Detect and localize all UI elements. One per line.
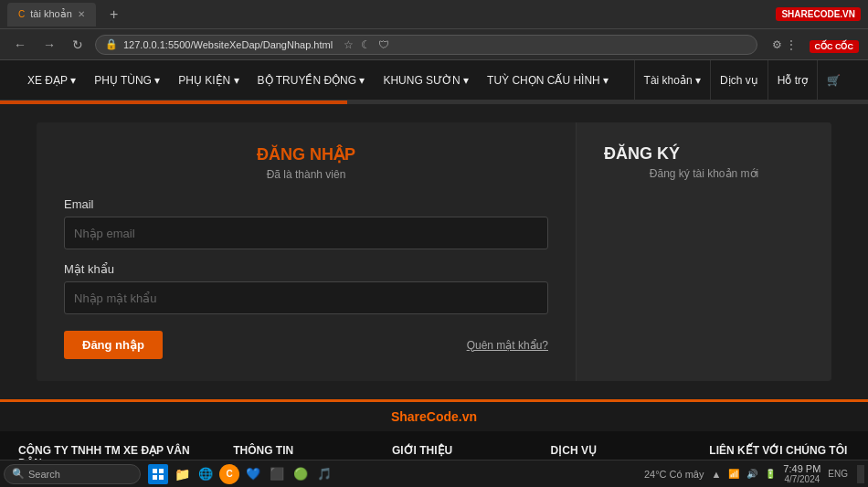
- svg-rect-0: [153, 469, 157, 473]
- form-actions: Đăng nhập Quên mật khẩu?: [64, 331, 548, 359]
- login-section: ĐĂNG NHẬP Đã là thành viên Email Mật khẩ…: [37, 122, 576, 381]
- nav-item-tuychinh[interactable]: TUỲ CHỌN CẤU HÌNH ▾: [478, 60, 618, 101]
- address-bar[interactable]: 🔒 127.0.0.1:5500/WebsiteXeDap/DangNhap.h…: [95, 35, 757, 55]
- taskbar-windows-btn[interactable]: [148, 464, 168, 484]
- url-text: 127.0.0.1:5500/WebsiteXeDap/DangNhap.htm…: [123, 39, 333, 50]
- login-button[interactable]: Đăng nhập: [64, 331, 163, 359]
- footer-info-title: THÔNG TIN: [233, 444, 374, 457]
- new-tab-btn[interactable]: +: [101, 3, 127, 26]
- register-title: ĐĂNG KÝ: [604, 144, 804, 164]
- browser-logo-area: SHARECODE.VN: [776, 7, 861, 21]
- nav-item-xedap[interactable]: XE ĐẠP ▾: [18, 60, 85, 101]
- password-input[interactable]: [64, 281, 548, 314]
- tab-close-btn[interactable]: ✕: [78, 9, 85, 19]
- navbar: XE ĐẠP ▾ PHỤ TÙNG ▾ PHỤ KIỆN ▾ BỘ TRUYỀN…: [0, 60, 868, 101]
- search-icon: 🔍: [12, 468, 25, 480]
- battery-icon: 🔋: [765, 469, 776, 479]
- taskbar-clock[interactable]: 7:49 PM 4/7/2024: [783, 463, 820, 484]
- address-bar-icons: ☆ ☾ 🛡: [344, 38, 389, 51]
- taskbar-browser-btn[interactable]: C: [219, 464, 239, 484]
- svg-rect-2: [153, 475, 157, 480]
- email-form-group: Email: [64, 197, 548, 249]
- login-register-container: ĐĂNG NHẬP Đã là thành viên Email Mật khẩ…: [37, 122, 831, 381]
- browser-right-controls: ⚙ ⋮: [772, 38, 797, 51]
- language-display: ENG: [828, 469, 848, 479]
- nav-item-phutung[interactable]: PHỤ TÙNG ▾: [85, 60, 169, 101]
- menu-icon[interactable]: ⋮: [786, 38, 797, 51]
- sharecode-logo: SHARECODE.VN: [776, 7, 861, 21]
- taskbar-weather: 24°C Có mây: [644, 469, 704, 480]
- taskbar-music-btn[interactable]: 🎵: [314, 464, 334, 484]
- tab-title: tài khoản: [30, 8, 72, 20]
- star-icon[interactable]: ☆: [344, 38, 354, 51]
- taskbar-node-btn[interactable]: 🟢: [291, 464, 311, 484]
- taskbar-terminal-btn[interactable]: ⬛: [267, 464, 287, 484]
- network-icon: 📶: [728, 469, 739, 479]
- nav-item-taikhoan[interactable]: Tài khoản ▾: [634, 60, 710, 101]
- taskbar-chrome-btn[interactable]: 🌐: [196, 464, 216, 484]
- svg-rect-3: [159, 475, 164, 480]
- moon-icon[interactable]: ☾: [361, 38, 371, 51]
- footer-service-title: DỊCH VỤ: [551, 444, 692, 457]
- nav-item-dichvu[interactable]: Dịch vụ: [710, 60, 767, 101]
- browser-chrome: C tài khoản ✕ + SHARECODE.VN: [0, 0, 868, 29]
- ssl-icon: 🔒: [105, 38, 118, 50]
- email-label: Email: [64, 197, 548, 211]
- taskbar-search[interactable]: 🔍 Search: [4, 464, 141, 484]
- date-display: 4/7/2024: [783, 474, 820, 484]
- svg-rect-1: [159, 469, 164, 473]
- back-btn[interactable]: ←: [9, 36, 31, 54]
- nav-item-botruyen[interactable]: BỘ TRUYỀN ĐỘNG ▾: [249, 60, 375, 101]
- login-title: ĐĂNG NHẬP: [64, 144, 548, 164]
- settings-icon[interactable]: ⚙: [772, 38, 782, 51]
- register-subtitle: Đăng ký tài khoản mới: [604, 167, 804, 180]
- time-display: 7:49 PM: [783, 463, 820, 474]
- nav-item-phukien[interactable]: PHỤ KIỆN ▾: [169, 60, 248, 101]
- browser-tab[interactable]: C tài khoản ✕: [7, 3, 96, 26]
- taskbar: 🔍 Search 📁 🌐 C 💙 ⬛ 🟢 🎵 24°C Có mây ▲ 📶 🔊…: [0, 460, 868, 487]
- taskbar-app-icons: 📁 🌐 C 💙 ⬛ 🟢 🎵: [148, 464, 334, 484]
- forward-btn[interactable]: →: [38, 36, 60, 54]
- coc-coc-logo: CỐC CỐC: [810, 40, 860, 53]
- password-form-group: Mật khẩu: [64, 262, 548, 314]
- footer-intro-title: GIỚI THIỆU: [392, 444, 533, 457]
- login-subtitle: Đã là thành viên: [64, 168, 548, 181]
- forgot-password-link[interactable]: Quên mật khẩu?: [467, 339, 548, 352]
- notification-area-end[interactable]: [857, 465, 864, 483]
- nav-right: Tài khoản ▾ Dịch vụ Hỗ trợ 🛒: [634, 60, 850, 101]
- email-input[interactable]: [64, 217, 548, 249]
- footer-sharecode-label: ShareCode.vn: [0, 402, 868, 431]
- volume-icon: 🔊: [746, 469, 757, 479]
- taskbar-search-label: Search: [28, 469, 60, 480]
- taskbar-vscode-btn[interactable]: 💙: [243, 464, 263, 484]
- taskbar-right: 24°C Có mây ▲ 📶 🔊 🔋 7:49 PM 4/7/2024 ENG: [644, 463, 864, 484]
- main-content: ĐĂNG NHẬP Đã là thành viên Email Mật khẩ…: [0, 104, 868, 399]
- refresh-btn[interactable]: ↻: [68, 36, 88, 54]
- nav-item-khungsuon[interactable]: KHUNG SƯỜN ▾: [374, 60, 478, 101]
- system-tray-up-arrow[interactable]: ▲: [711, 469, 721, 480]
- footer-social-title: LIÊN KẾT VỚI CHÚNG TÔI: [709, 444, 850, 457]
- nav-item-cart[interactable]: 🛒: [817, 60, 850, 101]
- shield-icon[interactable]: 🛡: [378, 38, 389, 51]
- browser-addressbar-row: ← → ↻ 🔒 127.0.0.1:5500/WebsiteXeDap/Dang…: [0, 29, 868, 60]
- password-label: Mật khẩu: [64, 262, 548, 276]
- register-section: ĐĂNG KÝ Đăng ký tài khoản mới: [576, 122, 831, 381]
- browser-logo-small: CỐC CỐC: [810, 37, 860, 53]
- nav-item-hotro[interactable]: Hỗ trợ: [767, 60, 817, 101]
- taskbar-explorer-btn[interactable]: 📁: [172, 464, 192, 484]
